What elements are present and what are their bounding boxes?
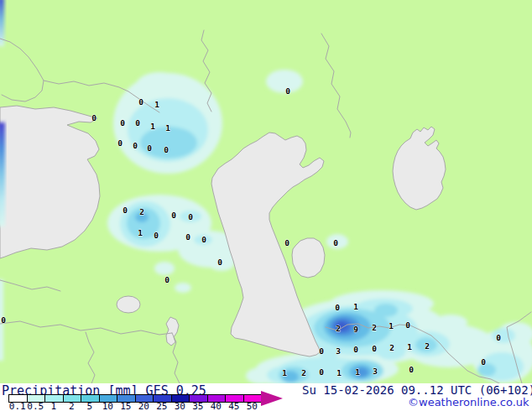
precip-value: 1	[282, 368, 287, 377]
precip-value: 0	[123, 206, 128, 215]
precip-value: 2	[425, 341, 430, 351]
precip-value: 0	[496, 333, 501, 342]
lake-van	[117, 296, 140, 313]
precip-value: 0	[91, 113, 96, 122]
precip-value: 0	[164, 275, 170, 284]
precip-value: 1	[154, 100, 159, 109]
precip-value: 0	[135, 118, 140, 127]
precip-value: 0	[409, 365, 414, 374]
precip-value: 1	[407, 342, 412, 351]
legend-tick-label: 15	[117, 402, 135, 411]
kara-bogaz-gol	[292, 238, 325, 278]
copyright-text: ©weatheronline.co.uk	[408, 396, 529, 408]
color-scale-arrow	[261, 391, 283, 406]
precip-value: 0	[372, 344, 377, 353]
color-scale-ticks: 0.10.5125101520253035404550	[8, 402, 261, 411]
precip-value: 0	[188, 212, 193, 221]
legend-tick-label: 10	[99, 402, 117, 411]
legend-tick-label: 20	[135, 402, 154, 411]
precip-value: 2	[139, 207, 144, 216]
precip-value: 0	[154, 231, 159, 240]
precip-value: 0	[201, 235, 206, 244]
precip-value: 1	[336, 368, 342, 377]
precip-value: 2	[389, 343, 394, 352]
precip-value: 0	[335, 303, 340, 312]
precip-value: 1	[355, 367, 360, 377]
precip-value: 0	[147, 143, 152, 153]
precip-value: 1	[353, 302, 358, 311]
precip-value: 0	[164, 145, 169, 154]
legend-tick-label: 45	[225, 402, 243, 411]
precip-value: 3	[336, 346, 341, 356]
precip-value: 2	[336, 324, 341, 333]
precip-value: 0	[319, 367, 324, 377]
precip-value: 0	[353, 345, 358, 354]
precip-value: 1	[389, 321, 394, 330]
precip-value: 2	[301, 368, 306, 377]
precip-value: 3	[373, 367, 378, 376]
precip-value: 0	[285, 86, 290, 96]
precip-value: 0	[185, 232, 190, 242]
precip-value: 1	[150, 122, 155, 131]
legend-tick-label: 40	[207, 402, 226, 411]
precip-value: 1	[165, 123, 170, 133]
legend-tick-label: 50	[243, 402, 262, 411]
precip-value: 0	[319, 346, 324, 356]
weather-map: 0010011000000200100000000012921003002112…	[0, 0, 532, 383]
legend-tick-label: 0.5	[27, 402, 45, 411]
legend-tick-label: 2	[63, 402, 81, 411]
precip-value: 0	[333, 238, 338, 247]
legend-tick-label: 0.1	[8, 402, 27, 411]
precip-value: 0	[405, 320, 410, 330]
legend-bar-area: Precipitation [mm] GFS 0.25 Su 15-02-202…	[0, 383, 532, 411]
precip-value: 0	[481, 357, 486, 367]
precip-value: 9	[353, 325, 358, 334]
legend-tick-label: 35	[189, 402, 207, 411]
legend-tick-label: 30	[171, 402, 190, 411]
precip-value: 1	[138, 228, 143, 237]
precip-value: 0	[284, 238, 289, 247]
precip-value: 0	[120, 118, 125, 127]
legend-tick-label: 5	[81, 402, 99, 411]
precip-value: 0	[117, 138, 123, 148]
precip-value: 0	[1, 315, 6, 325]
legend-tick-label: 25	[153, 402, 171, 411]
precip-value: 0	[171, 211, 176, 220]
precip-value: 0	[217, 258, 222, 267]
weather-map-container: 0010011000000200100000000012921003002112…	[0, 0, 532, 383]
forecast-timestamp: Su 15-02-2026 09..12 UTC (06+102)	[302, 383, 532, 397]
legend-tick-label: 1	[44, 402, 63, 411]
precip-value: 0	[133, 141, 138, 150]
precip-value: 2	[372, 323, 377, 332]
precip-value: 0	[138, 97, 143, 107]
